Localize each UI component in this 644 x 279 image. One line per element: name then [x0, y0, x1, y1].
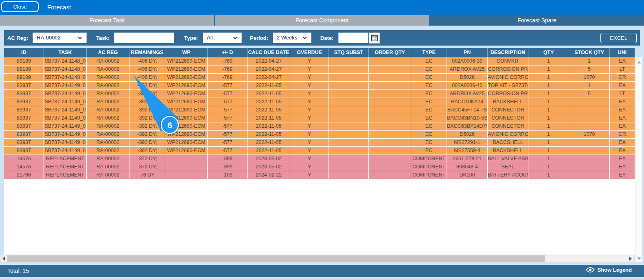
table-cell: 89189	[4, 74, 44, 82]
tab-forecast-spare[interactable]: Forecast Spare	[430, 15, 644, 26]
table-cell	[569, 106, 610, 114]
table-row[interactable]: 89189SB737-24-1148_0RA-00002-406 DY;WP21…	[4, 74, 635, 82]
column-header-stock-qty[interactable]: STOCK QTY	[569, 48, 610, 57]
table-row[interactable]: 83937SB737-24-1149_0RA-00002-392 DY;WP21…	[4, 106, 635, 114]
table-cell	[369, 106, 411, 114]
table-cell	[329, 90, 369, 98]
scroll-left-icon[interactable]	[2, 257, 5, 261]
vertical-scrollbar[interactable]	[635, 57, 642, 262]
table-cell: RA-00002	[87, 155, 129, 163]
table-cell: COMPONENT	[411, 163, 447, 171]
task-input[interactable]	[114, 33, 174, 43]
table-cell	[165, 163, 208, 171]
table-cell	[369, 122, 411, 131]
column-header-pn[interactable]: PN	[447, 48, 488, 57]
table-row[interactable]: 14576REPLACEMENTRA-00002-372 DY;-3992023…	[4, 155, 635, 163]
table-row[interactable]: 83937SB737-24-1149_0RA-00002-392 DY;WP21…	[4, 131, 635, 139]
table-cell: 1	[528, 171, 569, 179]
table-cell: CORROSION PR	[488, 90, 528, 98]
scroll-right-icon[interactable]	[629, 257, 632, 261]
table-cell	[329, 98, 369, 106]
table-row[interactable]: 89189SB737-24-1148_0RA-00002-406 DY;WP21…	[4, 65, 635, 74]
calendar-button[interactable]	[369, 33, 380, 44]
table-cell: EA	[610, 98, 635, 106]
column-header-type[interactable]: TYPE	[411, 48, 447, 57]
tab-forecast-component[interactable]: Forecast Component	[215, 15, 429, 26]
table-cell: 21766	[4, 171, 44, 179]
table-cell: SEAL	[488, 163, 528, 171]
table-row[interactable]: 14576REPLACEMENTRA-00002-372 DY;-3992023…	[4, 163, 635, 171]
table-cell	[569, 155, 610, 163]
table-cell: -577	[208, 106, 248, 114]
horizontal-scrollbar[interactable]	[1, 255, 634, 262]
column-header-uni[interactable]: UNI	[610, 48, 635, 57]
table-cell	[329, 155, 369, 163]
table-cell: -76 DY;	[129, 171, 165, 179]
table-cell: CONNECTOR	[488, 114, 528, 122]
column-header-task[interactable]: TASK	[44, 48, 87, 57]
table-row[interactable]: 83937SB737-24-1149_0RA-00002-392 DY;WP21…	[4, 82, 635, 90]
table-cell: SB737-24-1149_0	[44, 90, 87, 98]
table-cell: -399	[208, 163, 248, 171]
task-label: Task:	[96, 35, 110, 41]
table-cell: EA	[610, 147, 635, 155]
table-row[interactable]: 89189SB737-24-1148_0RA-00002-406 DY;WP21…	[4, 57, 635, 65]
table-cell	[369, 131, 411, 139]
table-cell	[329, 106, 369, 114]
column-header-overdue[interactable]: OVERDUE	[290, 48, 329, 57]
ac-reg-select[interactable]: RA-00002	[33, 33, 87, 43]
table-row[interactable]: 83937SB737-24-1149_0RA-00002-392 DY;WP21…	[4, 90, 635, 98]
table-cell: RA-00002	[87, 122, 129, 131]
table-cell: Y	[290, 131, 329, 139]
eye-icon	[586, 267, 595, 273]
show-legend-toggle[interactable]: Show Legend	[586, 267, 632, 273]
table-cell: WP212690-ECM	[165, 74, 208, 82]
horizontal-scroll-thumb[interactable]	[7, 255, 545, 262]
table-cell: WP212690-ECM	[165, 106, 208, 114]
table-cell	[369, 155, 411, 163]
column-header-wp[interactable]: WP	[165, 48, 208, 57]
table-row[interactable]: 83937SB737-24-1149_0RA-00002-392 DY;WP21…	[4, 122, 635, 131]
table-cell: EC	[411, 57, 447, 65]
table-cell: 002A0006-39	[447, 57, 488, 65]
tab-forecast-task[interactable]: Forecast Task	[0, 15, 214, 26]
table-cell: 2022-11-05	[248, 106, 290, 114]
column-header-calc-due-date[interactable]: CALC DUE DATE	[248, 48, 290, 57]
table-cell: CONVKIT	[488, 57, 528, 65]
table-cell: -769	[208, 57, 248, 65]
column-header-id[interactable]: ID	[4, 48, 44, 57]
tab-bar: Forecast Task Forecast Component Forecas…	[0, 14, 644, 26]
type-select[interactable]: All	[203, 33, 242, 43]
table-cell: AVIONIC CORRO	[488, 131, 528, 139]
table-row[interactable]: 83937SB737-24-1149_0RA-00002-392 DY;WP21…	[4, 114, 635, 122]
column-header-remainings[interactable]: REMAININGS	[129, 48, 165, 57]
scroll-down-icon[interactable]	[637, 257, 641, 260]
chevron-down-icon	[233, 35, 237, 39]
date-input[interactable]	[338, 33, 368, 43]
close-button[interactable]: Close	[1, 1, 39, 12]
table-cell: WP212690-ECM	[165, 90, 208, 98]
table-cell: 1	[528, 57, 569, 65]
period-select[interactable]: 2 Weeks	[273, 33, 311, 43]
excel-export-button[interactable]: EXCEL	[600, 33, 637, 43]
table-row[interactable]: 83937SB737-24-1149_0RA-00002-392 DY;WP21…	[4, 147, 635, 155]
table-row[interactable]: 21766REPLACEMENTRA-00002-76 DY;-1032024-…	[4, 171, 635, 179]
table-cell: EC	[411, 98, 447, 106]
column-header-d[interactable]: +/- D	[208, 48, 248, 57]
column-header-order-qty[interactable]: ORDER QTY	[369, 48, 411, 57]
table-cell: 2023-05-02	[248, 155, 290, 163]
column-header-ac-reg[interactable]: AC REG	[87, 48, 129, 57]
column-header-description[interactable]: DESCRIPTION	[488, 48, 528, 57]
table-cell: SB737-24-1149_0	[44, 139, 87, 147]
scroll-up-icon[interactable]	[637, 61, 641, 63]
table-row[interactable]: 83937SB737-24-1149_0RA-00002-392 DY;WP21…	[4, 98, 635, 106]
table-row[interactable]: 83937SB737-24-1149_0RA-00002-392 DY;WP21…	[4, 139, 635, 147]
table-cell: EA	[610, 82, 635, 90]
table-cell: 2022-11-05	[248, 122, 290, 131]
column-header-qty[interactable]: QTY	[528, 48, 569, 57]
column-header-stq-subst[interactable]: STQ SUBST	[329, 48, 369, 57]
table-cell: -577	[208, 82, 248, 90]
table-cell: RA-00002	[87, 65, 129, 74]
table-cell: 1	[569, 57, 610, 65]
table-cell: DK100	[447, 171, 488, 179]
